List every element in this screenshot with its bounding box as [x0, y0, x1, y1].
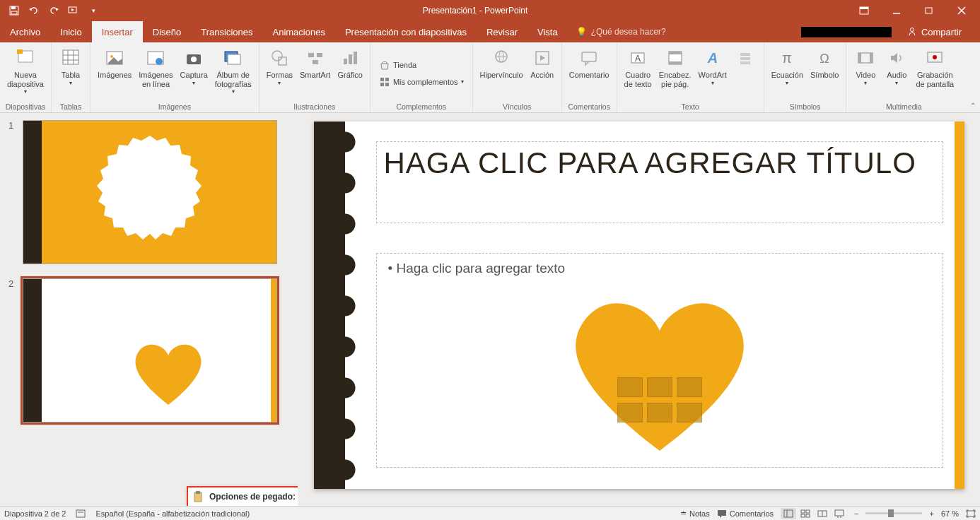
undo-button[interactable] — [25, 2, 42, 19]
thumbnail-2[interactable]: 2 — [8, 278, 289, 422]
action-button[interactable]: Acción — [527, 45, 557, 101]
share-button[interactable]: Compartir — [897, 27, 972, 37]
close-button[interactable] — [946, 1, 977, 20]
tab-design[interactable]: Diseño — [143, 21, 191, 42]
my-addins-button[interactable]: Mis complementos ▾ — [375, 75, 468, 89]
images-button[interactable]: Imágenes — [95, 45, 134, 101]
start-slideshow-button[interactable] — [65, 2, 82, 19]
thumbnail-slide-1[interactable] — [23, 120, 277, 264]
smartart-button[interactable]: SmartArt — [297, 45, 333, 101]
slide-sorter-view-button[interactable] — [798, 508, 813, 519]
tab-transitions[interactable]: Transiciones — [191, 21, 262, 42]
svg-point-10 — [910, 28, 914, 32]
clipboard-icon — [192, 491, 204, 502]
textbox-button[interactable]: ACuadro de texto — [622, 45, 655, 101]
slide-counter[interactable]: Diapositiva 2 de 2 — [4, 509, 66, 518]
svg-rect-2 — [11, 11, 17, 14]
collapse-ribbon-button[interactable]: ⌃ — [970, 102, 976, 110]
zoom-slider[interactable] — [865, 512, 922, 514]
comments-button[interactable]: Comentarios — [717, 509, 774, 518]
hyperlink-button[interactable]: Hipervínculo — [477, 45, 526, 101]
action-icon — [531, 47, 554, 69]
insert-table-icon[interactable] — [617, 377, 643, 397]
photo-album-button[interactable]: Álbum de fotografías▾ — [212, 45, 255, 101]
text-more-button[interactable] — [731, 45, 759, 101]
insert-video-icon[interactable] — [677, 403, 702, 422]
slide-editor-area[interactable]: HAGA CLIC PARA AGREGAR TÍTULO Haga clic … — [298, 113, 980, 506]
thumbnail-number: 1 — [8, 120, 17, 131]
svg-rect-55 — [858, 53, 861, 63]
svg-point-23 — [191, 57, 197, 62]
tell-me-search[interactable]: 💡 ¿Qué desea hacer? — [568, 21, 675, 42]
comment-button[interactable]: Comentario — [566, 45, 612, 101]
wordart-button[interactable]: AWordArt▾ — [696, 45, 730, 101]
tab-animations[interactable]: Animaciones — [262, 21, 334, 42]
video-icon — [854, 47, 877, 69]
insert-online-pictures-icon[interactable] — [647, 403, 672, 422]
tab-slideshow[interactable]: Presentación con diapositivas — [335, 21, 477, 42]
slide-canvas[interactable]: HAGA CLIC PARA AGREGAR TÍTULO Haga clic … — [314, 122, 964, 489]
minimize-button[interactable] — [881, 1, 912, 20]
group-label-symbols: Símbolos — [769, 101, 842, 111]
notes-button[interactable]: ≐ Notas — [680, 509, 710, 518]
quick-access-toolbar: ▾ — [0, 2, 102, 19]
thumbnail-1[interactable]: 1 — [8, 120, 289, 264]
fit-to-window-button[interactable] — [966, 509, 976, 518]
ribbon-display-options-button[interactable] — [848, 1, 880, 20]
redo-button[interactable] — [45, 2, 62, 19]
screen-recording-button[interactable]: Grabación de pantalla — [913, 45, 957, 101]
tab-home[interactable]: Inicio — [50, 21, 91, 42]
table-button[interactable]: Tabla▾ — [56, 45, 86, 101]
insert-pictures-icon[interactable] — [617, 403, 643, 422]
tab-view[interactable]: Vista — [527, 21, 568, 42]
slide-thumbnail-pane[interactable]: 1 2 Opciones de pegad — [0, 113, 298, 506]
title-placeholder[interactable]: HAGA CLIC PARA AGREGAR TÍTULO — [376, 141, 943, 223]
screen-recording-icon — [923, 47, 946, 69]
header-footer-button[interactable]: Encabez. pie pág. — [656, 45, 694, 101]
theme-orange-bar — [955, 122, 964, 489]
spell-check-button[interactable] — [76, 509, 86, 519]
symbol-button[interactable]: ΩSímbolo — [807, 45, 841, 101]
zoom-level[interactable]: 67 % — [941, 509, 959, 518]
zoom-in-button[interactable]: + — [929, 509, 933, 518]
svg-rect-56 — [870, 53, 873, 63]
insert-chart-icon[interactable] — [647, 377, 672, 397]
content-placeholder[interactable]: Haga clic para agregar texto — [376, 253, 943, 468]
group-label-comments: Comentarios — [566, 101, 612, 111]
tab-review[interactable]: Revisar — [477, 21, 527, 42]
shapes-button[interactable]: Formas▾ — [264, 45, 296, 101]
online-images-button[interactable]: Imágenes en línea — [136, 45, 175, 101]
ribbon-tabs: Archivo Inicio Insertar Diseño Transicio… — [0, 21, 980, 42]
equation-button[interactable]: πEcuación▾ — [769, 45, 806, 101]
chart-button[interactable]: Gráfico — [334, 45, 365, 101]
account-area[interactable] — [801, 27, 892, 37]
save-button[interactable] — [6, 2, 23, 19]
maximize-button[interactable] — [914, 1, 945, 20]
reading-view-button[interactable] — [815, 508, 830, 519]
audio-button[interactable]: Audio▾ — [882, 45, 911, 101]
svg-rect-42 — [582, 52, 596, 61]
share-icon — [907, 27, 917, 37]
thumbnail-slide-2[interactable] — [23, 278, 277, 422]
qat-customize-button[interactable]: ▾ — [85, 2, 102, 19]
normal-view-button[interactable] — [781, 508, 796, 519]
svg-rect-5 — [860, 7, 868, 9]
store-button[interactable]: Tienda — [375, 58, 468, 72]
new-slide-button[interactable]: Nueva diapositiva ▾ — [4, 45, 47, 101]
tab-file[interactable]: Archivo — [0, 21, 50, 42]
video-button[interactable]: Video▾ — [851, 45, 880, 101]
insert-smartart-icon[interactable] — [677, 377, 702, 397]
tab-insert[interactable]: Insertar — [92, 21, 143, 42]
slideshow-view-button[interactable] — [832, 508, 847, 519]
content-placeholder-icons — [617, 377, 702, 422]
window-controls — [848, 1, 980, 20]
group-label-media: Multimedia — [851, 101, 957, 111]
paste-options-header: Opciones de pegado: — [188, 488, 298, 504]
group-links: Hipervínculo Acción Vínculos — [473, 42, 562, 112]
language-indicator[interactable]: Español (España - alfabetización tradici… — [95, 509, 250, 518]
screenshot-button[interactable]: Captura▾ — [177, 45, 211, 101]
table-icon — [59, 47, 82, 69]
textbox-icon: A — [626, 47, 649, 69]
group-images: Imágenes Imágenes en línea Captura▾ Álbu… — [91, 42, 259, 112]
zoom-out-button[interactable]: − — [854, 509, 858, 518]
